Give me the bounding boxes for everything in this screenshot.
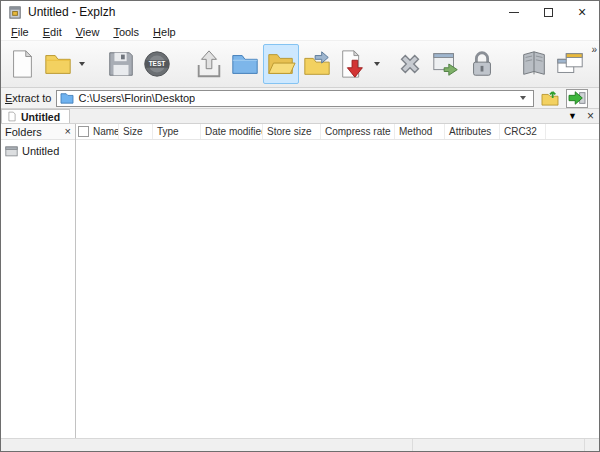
folders-panel-title: Folders: [5, 126, 42, 138]
tab-untitled[interactable]: Untitled: [1, 109, 70, 123]
extract-go-button[interactable]: [566, 89, 588, 108]
folders-panel-close-button[interactable]: ×: [65, 126, 71, 137]
window-controls: ×: [497, 1, 599, 23]
column-header-compress-rate[interactable]: Compress rate: [321, 124, 395, 139]
save-icon: [106, 49, 136, 79]
tab-close-button[interactable]: ×: [587, 110, 594, 122]
column-header-attributes[interactable]: Attributes: [445, 124, 500, 139]
compress-icon: [302, 49, 332, 79]
extract-to-label: Extract to: [5, 92, 51, 104]
open-archive-dropdown[interactable]: [76, 44, 87, 84]
explzh-window: Untitled - Explzh × File Edit View Tools…: [0, 0, 600, 452]
folder-tree-item[interactable]: Untitled: [1, 140, 75, 157]
window-title: Untitled - Explzh: [28, 5, 115, 19]
column-header-type[interactable]: Type: [153, 124, 201, 139]
svg-text:TEST: TEST: [149, 60, 166, 67]
new-archive-button[interactable]: [4, 44, 40, 84]
extract-arrow-icon: [568, 90, 586, 106]
statusbar-section-main: [1, 439, 413, 451]
test-archive-button[interactable]: TEST: [139, 44, 175, 84]
chevron-down-icon: [520, 96, 526, 100]
extract-button[interactable]: [191, 44, 227, 84]
encrypt-icon: [467, 49, 497, 79]
folders-panel-header: Folders ×: [1, 124, 75, 140]
close-button[interactable]: ×: [565, 1, 599, 23]
maximize-icon: [544, 8, 553, 17]
add-files-dropdown[interactable]: [371, 44, 382, 84]
delete-icon: [395, 49, 425, 79]
menu-file[interactable]: File: [4, 24, 36, 40]
statusbar: [1, 438, 599, 451]
column-header-store-size[interactable]: Store size: [263, 124, 321, 139]
tab-bar-controls: ▼ ×: [568, 109, 594, 123]
compress-button[interactable]: [299, 44, 335, 84]
open-extract-folder-button[interactable]: [539, 89, 561, 108]
browse-folder-button[interactable]: [227, 44, 263, 84]
menu-tools[interactable]: Tools: [106, 24, 146, 40]
folders-panel: Folders × Untitled: [1, 124, 76, 438]
new-window-button[interactable]: [552, 44, 588, 84]
titlebar: Untitled - Explzh ×: [1, 1, 599, 23]
options-button[interactable]: [428, 44, 464, 84]
menu-help[interactable]: Help: [146, 24, 183, 40]
new-archive-icon: [7, 49, 37, 79]
archive-icon: [5, 145, 18, 157]
menu-edit[interactable]: Edit: [36, 24, 69, 40]
folder-tree-item-label: Untitled: [22, 145, 59, 157]
manual-icon: [519, 49, 549, 79]
file-list: Name Size Type Date modified Store size …: [76, 124, 599, 438]
select-all-checkbox[interactable]: [78, 126, 89, 137]
close-icon: ×: [578, 5, 586, 19]
document-icon: [7, 111, 17, 122]
tab-bar: Untitled ▼ ×: [1, 109, 599, 124]
open-folder-icon: [266, 49, 296, 79]
tab-list-button[interactable]: ▼: [568, 112, 577, 121]
column-header-crc32[interactable]: CRC32: [500, 124, 546, 139]
browse-folder-icon: [230, 49, 260, 79]
column-header-date-modified[interactable]: Date modified: [201, 124, 263, 139]
add-files-button[interactable]: [335, 44, 371, 84]
chevron-down-icon: [79, 62, 85, 66]
extract-icon: [194, 49, 224, 79]
file-list-header: Name Size Type Date modified Store size …: [76, 124, 599, 140]
toolbar-overflow-button[interactable]: »: [591, 44, 596, 55]
toolbar: TEST: [1, 41, 599, 88]
statusbar-resize-grip[interactable]: [585, 439, 599, 451]
tab-label: Untitled: [21, 111, 60, 123]
maximize-button[interactable]: [531, 1, 565, 23]
column-header-method[interactable]: Method: [395, 124, 445, 139]
column-header-name[interactable]: Name: [76, 124, 119, 139]
minimize-button[interactable]: [497, 1, 531, 23]
menu-view[interactable]: View: [69, 24, 107, 40]
chevron-down-icon: [374, 62, 380, 66]
menubar: File Edit View Tools Help: [1, 23, 599, 41]
open-archive-icon: [43, 49, 73, 79]
add-files-icon: [338, 49, 368, 79]
extract-bar: Extract to C:\Users\Florin\Desktop: [1, 88, 599, 109]
extract-path-value: C:\Users\Florin\Desktop: [78, 92, 195, 104]
column-header-size[interactable]: Size: [119, 124, 153, 139]
extract-path-combobox[interactable]: C:\Users\Florin\Desktop: [56, 90, 534, 107]
folder-icon: [60, 92, 74, 104]
folder-up-icon: [541, 90, 559, 106]
delete-button[interactable]: [392, 44, 428, 84]
test-archive-icon: TEST: [142, 49, 172, 79]
options-icon: [431, 49, 461, 79]
content-area: Folders × Untitled Name Size Type Date m…: [1, 124, 599, 438]
combobox-dropdown-button[interactable]: [516, 91, 530, 106]
encrypt-button[interactable]: [464, 44, 500, 84]
manual-button[interactable]: [516, 44, 552, 84]
minimize-icon: [509, 12, 519, 13]
open-folder-button[interactable]: [263, 44, 299, 84]
file-list-body[interactable]: [76, 140, 599, 438]
app-icon: [8, 5, 23, 20]
new-window-icon: [555, 49, 585, 79]
save-button[interactable]: [103, 44, 139, 84]
statusbar-section-info: [413, 439, 585, 451]
open-archive-button[interactable]: [40, 44, 76, 84]
